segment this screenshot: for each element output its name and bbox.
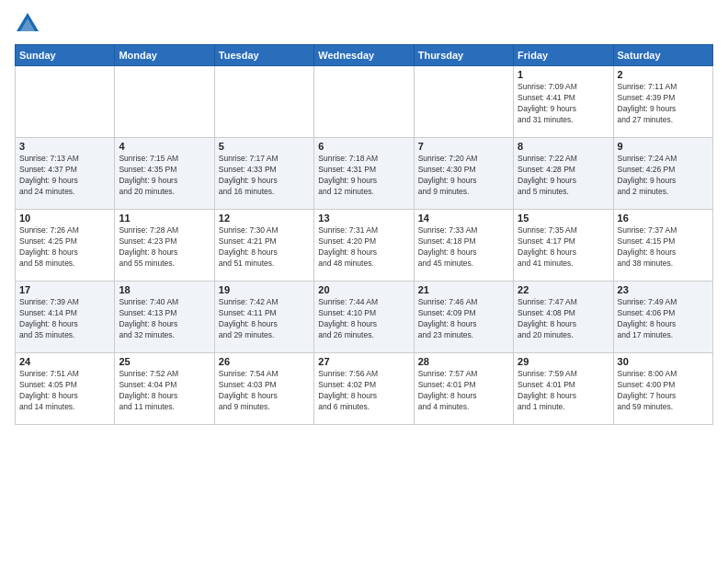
day-cell: 27Sunrise: 7:56 AM Sunset: 4:02 PM Dayli… [314,353,414,425]
day-info: Sunrise: 7:44 AM Sunset: 4:10 PM Dayligh… [318,297,409,341]
day-number: 22 [518,284,609,295]
day-info: Sunrise: 7:39 AM Sunset: 4:14 PM Dayligh… [19,297,110,341]
day-cell: 13Sunrise: 7:31 AM Sunset: 4:20 PM Dayli… [314,210,414,282]
day-cell: 3Sunrise: 7:13 AM Sunset: 4:37 PM Daylig… [16,138,115,210]
day-info: Sunrise: 7:37 AM Sunset: 4:15 PM Dayligh… [618,225,709,270]
day-info: Sunrise: 7:57 AM Sunset: 4:01 PM Dayligh… [418,369,509,413]
day-info: Sunrise: 7:15 AM Sunset: 4:35 PM Dayligh… [119,154,210,198]
day-info: Sunrise: 7:42 AM Sunset: 4:11 PM Dayligh… [219,297,310,341]
header-day: Tuesday [214,45,313,66]
day-number: 5 [219,141,310,152]
day-cell: 28Sunrise: 7:57 AM Sunset: 4:01 PM Dayli… [414,353,513,425]
day-number: 25 [119,356,210,367]
day-number: 8 [518,141,609,152]
day-info: Sunrise: 7:40 AM Sunset: 4:13 PM Dayligh… [119,297,210,341]
day-info: Sunrise: 7:20 AM Sunset: 4:30 PM Dayligh… [418,154,509,198]
day-number: 7 [418,141,509,152]
day-info: Sunrise: 7:13 AM Sunset: 4:37 PM Dayligh… [19,154,110,198]
day-cell: 7Sunrise: 7:20 AM Sunset: 4:30 PM Daylig… [414,138,513,210]
day-number: 13 [318,213,409,224]
day-number: 27 [318,356,409,367]
header-day: Saturday [613,45,712,66]
header [15,11,713,37]
day-cell: 19Sunrise: 7:42 AM Sunset: 4:11 PM Dayli… [214,282,313,353]
day-cell: 23Sunrise: 7:49 AM Sunset: 4:06 PM Dayli… [613,282,712,353]
header-day: Wednesday [314,45,414,66]
day-number: 17 [19,284,110,295]
day-cell: 21Sunrise: 7:46 AM Sunset: 4:09 PM Dayli… [414,282,513,353]
day-number: 14 [418,213,509,224]
day-cell: 6Sunrise: 7:18 AM Sunset: 4:31 PM Daylig… [314,138,414,210]
calendar-table: SundayMondayTuesdayWednesdayThursdayFrid… [15,44,713,425]
day-number: 19 [219,284,310,295]
week-row: 17Sunrise: 7:39 AM Sunset: 4:14 PM Dayli… [16,282,713,353]
day-number: 20 [318,284,409,295]
day-cell: 16Sunrise: 7:37 AM Sunset: 4:15 PM Dayli… [613,210,712,282]
day-info: Sunrise: 7:51 AM Sunset: 4:05 PM Dayligh… [19,369,110,413]
day-number: 3 [19,141,110,152]
day-cell [16,66,115,138]
header-day: Sunday [16,45,115,66]
day-number: 12 [219,213,310,224]
logo-icon [15,11,40,37]
week-row: 24Sunrise: 7:51 AM Sunset: 4:05 PM Dayli… [16,353,713,425]
day-info: Sunrise: 8:00 AM Sunset: 4:00 PM Dayligh… [618,369,709,413]
day-number: 11 [119,213,210,224]
day-info: Sunrise: 7:24 AM Sunset: 4:26 PM Dayligh… [618,154,709,198]
day-cell: 15Sunrise: 7:35 AM Sunset: 4:17 PM Dayli… [514,210,613,282]
day-info: Sunrise: 7:22 AM Sunset: 4:28 PM Dayligh… [518,154,609,198]
day-cell: 17Sunrise: 7:39 AM Sunset: 4:14 PM Dayli… [16,282,115,353]
day-cell [414,66,513,138]
day-number: 2 [618,69,709,80]
day-cell: 1Sunrise: 7:09 AM Sunset: 4:41 PM Daylig… [514,66,613,138]
week-row: 3Sunrise: 7:13 AM Sunset: 4:37 PM Daylig… [16,138,713,210]
day-number: 28 [418,356,509,367]
day-cell: 4Sunrise: 7:15 AM Sunset: 4:35 PM Daylig… [115,138,214,210]
day-info: Sunrise: 7:47 AM Sunset: 4:08 PM Dayligh… [518,297,609,341]
day-number: 26 [219,356,310,367]
day-cell: 25Sunrise: 7:52 AM Sunset: 4:04 PM Dayli… [115,353,214,425]
day-info: Sunrise: 7:28 AM Sunset: 4:23 PM Dayligh… [119,225,210,270]
day-cell: 26Sunrise: 7:54 AM Sunset: 4:03 PM Dayli… [214,353,313,425]
day-info: Sunrise: 7:17 AM Sunset: 4:33 PM Dayligh… [219,154,310,198]
week-row: 1Sunrise: 7:09 AM Sunset: 4:41 PM Daylig… [16,66,713,138]
day-cell: 22Sunrise: 7:47 AM Sunset: 4:08 PM Dayli… [514,282,613,353]
day-cell: 10Sunrise: 7:26 AM Sunset: 4:25 PM Dayli… [16,210,115,282]
day-info: Sunrise: 7:52 AM Sunset: 4:04 PM Dayligh… [119,369,210,413]
day-info: Sunrise: 7:54 AM Sunset: 4:03 PM Dayligh… [219,369,310,413]
day-number: 18 [119,284,210,295]
day-number: 24 [19,356,110,367]
day-cell: 8Sunrise: 7:22 AM Sunset: 4:28 PM Daylig… [514,138,613,210]
day-cell: 20Sunrise: 7:44 AM Sunset: 4:10 PM Dayli… [314,282,414,353]
day-info: Sunrise: 7:49 AM Sunset: 4:06 PM Dayligh… [618,297,709,341]
day-info: Sunrise: 7:30 AM Sunset: 4:21 PM Dayligh… [219,225,310,270]
header-row: SundayMondayTuesdayWednesdayThursdayFrid… [16,45,713,66]
day-cell: 29Sunrise: 7:59 AM Sunset: 4:01 PM Dayli… [514,353,613,425]
day-cell: 9Sunrise: 7:24 AM Sunset: 4:26 PM Daylig… [613,138,712,210]
day-cell: 30Sunrise: 8:00 AM Sunset: 4:00 PM Dayli… [613,353,712,425]
logo [15,11,44,37]
day-number: 16 [618,213,709,224]
day-cell [115,66,214,138]
day-number: 30 [618,356,709,367]
day-cell [214,66,313,138]
day-cell: 14Sunrise: 7:33 AM Sunset: 4:18 PM Dayli… [414,210,513,282]
day-number: 29 [518,356,609,367]
header-day: Thursday [414,45,513,66]
day-info: Sunrise: 7:33 AM Sunset: 4:18 PM Dayligh… [418,225,509,270]
day-info: Sunrise: 7:59 AM Sunset: 4:01 PM Dayligh… [518,369,609,413]
day-number: 1 [518,69,609,80]
day-number: 21 [418,284,509,295]
day-info: Sunrise: 7:31 AM Sunset: 4:20 PM Dayligh… [318,225,409,270]
day-number: 6 [318,141,409,152]
day-info: Sunrise: 7:11 AM Sunset: 4:39 PM Dayligh… [618,82,709,126]
day-number: 10 [19,213,110,224]
day-info: Sunrise: 7:18 AM Sunset: 4:31 PM Dayligh… [318,154,409,198]
day-info: Sunrise: 7:46 AM Sunset: 4:09 PM Dayligh… [418,297,509,341]
day-info: Sunrise: 7:26 AM Sunset: 4:25 PM Dayligh… [19,225,110,270]
day-cell: 11Sunrise: 7:28 AM Sunset: 4:23 PM Dayli… [115,210,214,282]
day-number: 23 [618,284,709,295]
day-cell: 2Sunrise: 7:11 AM Sunset: 4:39 PM Daylig… [613,66,712,138]
header-day: Friday [514,45,613,66]
day-cell: 18Sunrise: 7:40 AM Sunset: 4:13 PM Dayli… [115,282,214,353]
